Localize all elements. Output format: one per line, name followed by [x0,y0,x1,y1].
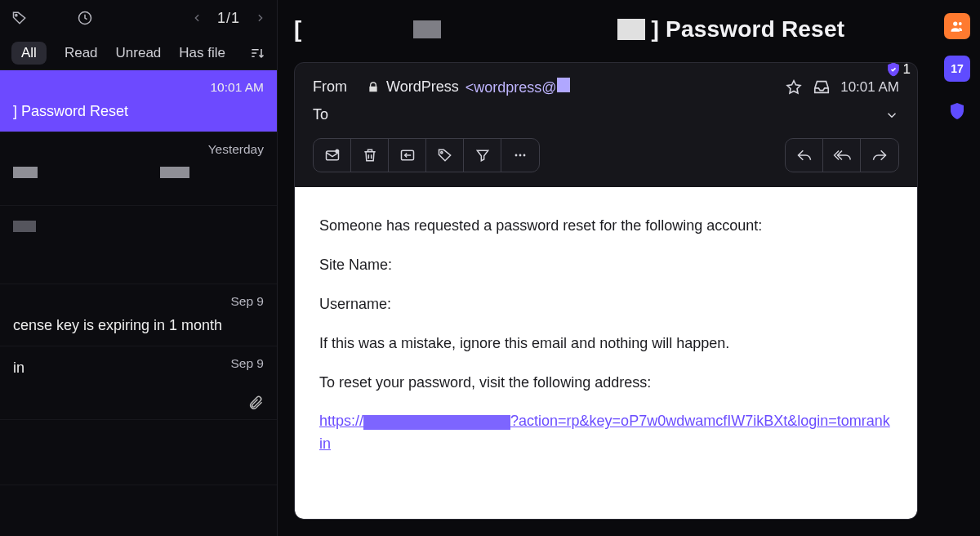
inbox-icon[interactable] [813,78,831,96]
calendar-icon[interactable]: 17 [944,56,970,82]
svg-point-10 [959,22,962,25]
mail-toolbar [295,128,917,187]
right-rail: 17 [934,0,980,536]
archive-button[interactable] [389,139,426,172]
reply-all-button[interactable] [823,139,861,172]
star-icon[interactable] [785,78,803,96]
from-line: From WordPress <wordpress@ 10:01 AM [313,78,899,96]
mail-time: 10:01 AM [840,79,899,96]
mail-card: 1 From WordPress <wordpress@ 10:01 A [294,62,918,520]
filter-unread[interactable]: Unread [116,45,162,61]
badge-count: 1 [903,62,911,78]
body-line: To reset your password, visit the follow… [319,372,893,395]
attachment-icon [247,395,264,411]
mail-body: Someone has requested a password reset f… [295,187,917,519]
forward-button[interactable] [861,139,898,172]
message-date: Yesterday [208,142,264,157]
svg-point-9 [953,21,957,25]
message-list-sidebar: 1/1 All Read Unread Has file 10:01 AM ] … [0,0,278,536]
header-right: 10:01 AM [785,78,899,96]
body-line: Someone has requested a password reset f… [319,215,893,238]
svg-point-0 [16,15,17,16]
svg-point-8 [523,154,526,157]
mail-title-row: [ ] Password Reset [278,0,934,52]
prev-page-button[interactable] [192,11,203,25]
from-label: From [313,78,357,96]
lock-icon [367,81,380,94]
mail-title-text: Password Reset [666,16,844,42]
message-item[interactable]: Sep 9 in [0,346,277,420]
message-subject: cense key is expiring in 1 month [13,317,264,334]
filter-button[interactable] [464,139,501,172]
more-button[interactable] [501,139,539,172]
trash-button[interactable] [351,139,389,172]
body-line: Site Name: [319,254,893,277]
tag-icon[interactable] [11,10,28,26]
message-date: Sep 9 [230,356,264,371]
body-line: Username: [319,293,893,316]
contacts-icon[interactable] [944,13,970,39]
sidebar-top-strip: 1/1 [0,0,277,36]
message-subject [13,165,264,182]
message-item[interactable]: Sep 9 cense key is expiring in 1 month [0,284,277,346]
svg-point-6 [515,154,518,157]
message-subject: ] Password Reset [13,103,264,120]
sender-address: <wordpress@ [466,78,570,96]
mail-header: From WordPress <wordpress@ 10:01 AM [295,63,917,128]
message-list: 10:01 AM ] Password Reset Yesterday Sep … [0,70,277,536]
sender-name: WordPress [386,78,459,96]
reply-button[interactable] [786,139,823,172]
mark-unread-button[interactable] [314,139,351,172]
action-group-left [313,138,540,172]
svg-point-3 [335,150,339,154]
message-date: Sep 9 [230,294,264,309]
next-page-button[interactable] [255,11,265,25]
sender: WordPress <wordpress@ [367,78,570,96]
label-button[interactable] [426,139,464,172]
message-subject [13,219,264,236]
to-line: To [313,106,899,123]
action-group-right [785,138,899,172]
expand-to[interactable] [884,108,899,123]
shield-icon[interactable] [944,98,970,124]
svg-point-5 [440,152,442,154]
message-item[interactable]: Yesterday [0,132,277,206]
filter-row: All Read Unread Has file [0,36,277,70]
svg-point-7 [519,154,522,157]
message-date: 10:01 AM [211,80,265,95]
mail-viewer: [ ] Password Reset 1 From WordPress <wor… [278,0,934,536]
filter-read[interactable]: Read [65,45,98,61]
message-item[interactable]: 10:01 AM ] Password Reset [0,70,277,132]
filter-hasfile[interactable]: Has file [179,45,225,61]
mail-title: [ ] Password Reset [294,16,844,42]
message-item[interactable] [0,420,277,485]
page-indicator: 1/1 [217,10,240,27]
filter-all[interactable]: All [11,42,47,65]
reset-link[interactable]: https://?action=rp&key=oP7w0wdwamcfIW7ik… [319,413,890,452]
body-line: If this was a mistake, ignore this email… [319,333,893,355]
verified-badge: 1 [885,62,911,78]
message-item[interactable] [0,206,277,284]
sort-icon[interactable] [249,45,265,61]
message-pager: 1/1 [192,10,265,27]
message-subject: in [13,360,264,377]
clock-icon[interactable] [77,10,93,26]
to-label: To [313,106,357,123]
